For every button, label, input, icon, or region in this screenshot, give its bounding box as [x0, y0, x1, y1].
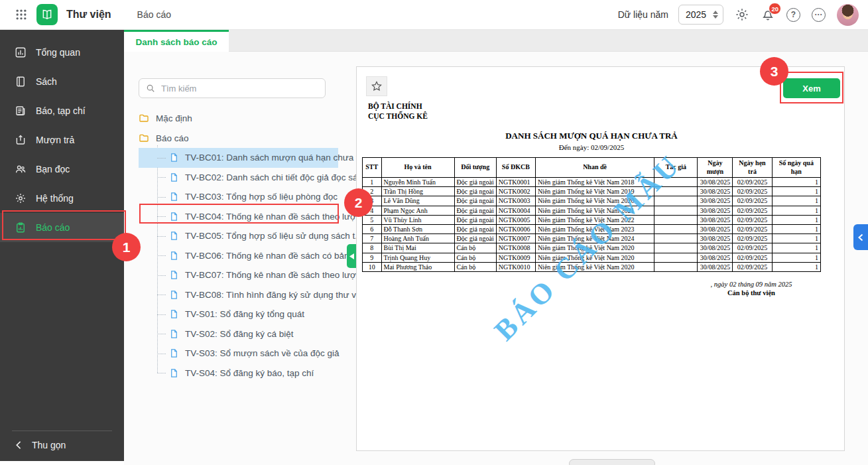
table-cell: Mai Phương Thảo	[381, 262, 454, 271]
table-cell: 1	[772, 224, 820, 233]
tree-item-tv-s01[interactable]: TV-S01: Sổ đăng ký tổng quát	[139, 304, 338, 324]
bottom-scroll-pill[interactable]	[569, 459, 655, 465]
tree-folder-1[interactable]: Mặc định	[139, 108, 338, 128]
table-cell: 02/09/2025	[733, 243, 772, 253]
sidebar-item-label: Tổng quan	[36, 47, 80, 58]
help-icon[interactable]: ?	[786, 8, 800, 22]
tree-item-tv-bc07[interactable]: TV-BC07: Thống kê nhan đề sách theo lượt…	[139, 265, 338, 285]
table-cell: 7	[363, 234, 382, 243]
tree-item-label: TV-BC01: Danh sách mượn quá hạn chưa trả	[185, 153, 367, 163]
system-gear-icon	[15, 192, 27, 204]
table-cell: NGTK0010	[496, 262, 535, 271]
tree-item-tv-s04[interactable]: TV-S04: Sổ đăng ký báo, tạp chí	[139, 364, 338, 383]
folder-icon	[139, 133, 149, 143]
tree-item-tv-bc05[interactable]: TV-BC05: Tổng hợp số liệu sử dụng sách t…	[139, 226, 338, 246]
favorite-star-button[interactable]	[366, 76, 387, 96]
table-cell: Độc giả ngoài	[454, 187, 496, 196]
topbar-nav-bao-cao[interactable]: Báo cáo	[137, 9, 171, 20]
table-row: 6Đỗ Thanh SơnĐộc giả ngoàiNGTK0006Niên g…	[363, 224, 821, 233]
table-cell	[654, 224, 698, 233]
tree-item-tv-bc04[interactable]: TV-BC04: Thống kê nhan đề sách theo lượt…	[139, 207, 338, 227]
table-cell: NGTK0004	[496, 206, 535, 215]
tree-item-label: TV-S02: Sổ đăng ký cá biệt	[185, 329, 294, 339]
table-cell: Vũ Thùy Linh	[381, 215, 454, 224]
tree-item-tv-bc08[interactable]: TV-BC08: Tình hình đăng ký sử dụng thư v…	[139, 285, 338, 305]
book-icon	[15, 76, 27, 88]
collapse-sidebar-button[interactable]: Thu gọn	[15, 440, 66, 450]
newspaper-icon	[15, 105, 27, 117]
more-icon[interactable]: ···	[812, 8, 826, 22]
tree-item-label: TV-BC06: Thống kê nhan đề sách có bản s.…	[185, 251, 363, 261]
sidebar-item-5[interactable]: Bạn đọc	[0, 155, 124, 184]
signature-date: , ngày 02 tháng 09 năm 2025	[675, 281, 828, 288]
tree-item-label: TV-BC05: Tổng hợp số liệu sử dụng sách t…	[185, 231, 363, 241]
sidebar-item-4[interactable]: Mượn trả	[0, 125, 124, 155]
table-cell: Cán bộ	[454, 262, 496, 271]
tree-item-tv-bc02[interactable]: TV-BC02: Danh sách chi tiết độc giả đọc …	[139, 168, 338, 188]
sidebar-item-7[interactable]: Báo cáo	[0, 213, 124, 242]
view-report-button[interactable]: Xem	[783, 78, 840, 98]
tree-item-tv-bc06[interactable]: TV-BC06: Thống kê nhan đề sách có bản s.…	[139, 246, 338, 266]
file-icon	[169, 251, 179, 261]
table-cell: Niên giám Thống kê Việt Nam 2020	[535, 262, 654, 271]
table-cell: NGTK0003	[496, 196, 535, 206]
table-cell: Độc giả ngoài	[454, 224, 496, 233]
table-cell: Niên giám Thống kê Việt Nam 2021	[535, 206, 654, 215]
table-cell: 02/09/2025	[733, 206, 772, 215]
notification-badge: 20	[769, 3, 781, 15]
search-box[interactable]	[139, 78, 326, 98]
tree-item-tv-s03[interactable]: TV-S03: Sổ mượn sách về của độc giả	[139, 344, 338, 364]
table-row: 10Mai Phương ThảoCán bộNGTK0010Niên giám…	[363, 262, 821, 271]
signature-role: Cán bộ thư viện	[675, 289, 828, 297]
column-header: Số ngày quá hạn	[772, 158, 820, 178]
table-cell: Niên giám Thống kê Việt Nam 2019	[535, 187, 654, 196]
sidebar-item-6[interactable]: Hệ thống	[0, 184, 124, 213]
table-cell: 02/09/2025	[733, 224, 772, 233]
search-input[interactable]	[161, 84, 318, 94]
table-row: 5Vũ Thùy LinhĐộc giả ngoàiNGTK0005Niên g…	[363, 215, 821, 224]
file-icon	[169, 329, 179, 339]
sidebar-item-2[interactable]: Sách	[0, 67, 124, 96]
avatar[interactable]	[837, 4, 859, 26]
gear-icon[interactable]	[735, 7, 749, 22]
table-cell: NGTK0001	[496, 178, 535, 187]
org-line-1: BỘ TÀI CHÍNH	[368, 101, 428, 111]
collapse-tree-handle[interactable]	[347, 244, 356, 268]
tab-danh-sach-bao-cao[interactable]: Danh sách báo cáo	[124, 30, 229, 52]
tree-item-label: TV-BC03: Tổng hợp số liệu phòng đọc	[185, 192, 338, 202]
table-cell: 3	[363, 196, 382, 206]
sidebar-item-3[interactable]: Báo, tạp chí	[0, 96, 124, 125]
tree-item-tv-s02[interactable]: TV-S02: Sổ đăng ký cá biệt	[139, 324, 338, 344]
table-cell: 1	[772, 178, 820, 187]
table-cell: Niên giám Thống kê Việt Nam 2023	[535, 224, 654, 233]
tree-item-label: TV-BC04: Thống kê nhan đề sách theo lượt…	[185, 212, 366, 222]
table-cell: NGTK0002	[496, 187, 535, 196]
table-cell: 30/08/2025	[698, 234, 733, 243]
file-icon	[169, 309, 179, 319]
collapse-right-handle[interactable]	[853, 224, 868, 250]
tree-folder-2[interactable]: Báo cáo	[139, 128, 338, 148]
report-subtitle: Đến ngày: 02/09/2025	[362, 143, 821, 151]
table-cell: 8	[363, 243, 382, 253]
folder-label: Mặc định	[156, 113, 192, 123]
bell-icon[interactable]: 20	[761, 7, 775, 22]
tree-item-tv-bc03[interactable]: TV-BC03: Tổng hợp số liệu phòng đọc	[139, 187, 338, 207]
tree-item-tv-bc01[interactable]: TV-BC01: Danh sách mượn quá hạn chưa trả	[139, 148, 338, 168]
table-cell: 1	[363, 178, 382, 187]
table-cell: 1	[772, 243, 820, 253]
chevron-left-icon	[15, 440, 23, 450]
table-cell: Niên giám Thống kê Việt Nam 2020	[535, 253, 654, 262]
year-select[interactable]: 2025	[678, 5, 723, 25]
app-grid-icon[interactable]	[15, 8, 28, 21]
tree-item-label: TV-S04: Sổ đăng ký báo, tạp chí	[185, 368, 314, 378]
topbar: Thư viện Báo cáo Dữ liệu năm 2025 20 ? ·…	[0, 0, 868, 30]
borrow-return-icon	[15, 134, 27, 146]
sidebar-item-1[interactable]: Tổng quan	[0, 38, 124, 67]
table-cell: 10	[363, 262, 382, 271]
logo-book-icon[interactable]	[36, 4, 58, 25]
column-header: Ngày mượn	[698, 158, 733, 178]
table-cell: Độc giả ngoài	[454, 196, 496, 206]
triangle-left-icon	[349, 253, 354, 259]
year-stepper-icon[interactable]	[713, 11, 718, 19]
table-cell: 4	[363, 206, 382, 215]
